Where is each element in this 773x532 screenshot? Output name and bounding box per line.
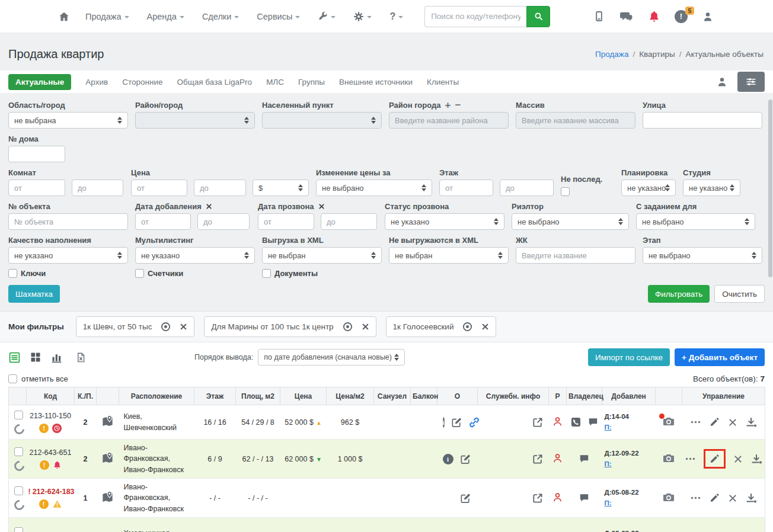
menu-arenda[interactable]: Аренда [147, 12, 184, 21]
edit-icon[interactable] [709, 492, 720, 504]
xml-not-export-select[interactable]: не выбран [389, 247, 509, 264]
date-called-to-input[interactable] [321, 213, 377, 230]
city-district-input[interactable] [389, 112, 509, 129]
comment-icon[interactable] [587, 416, 599, 428]
xml-export-select[interactable]: не выбран [262, 247, 382, 264]
open-external-icon[interactable] [532, 453, 544, 465]
comment-icon[interactable] [579, 492, 590, 504]
price-from-input[interactable] [131, 180, 187, 196]
complex-input[interactable] [516, 247, 635, 264]
added-p-link[interactable]: П: [605, 460, 612, 467]
open-external-icon[interactable] [532, 416, 544, 428]
menu-servisy[interactable]: Сервисы [257, 12, 300, 21]
camera-icon[interactable] [662, 415, 676, 428]
price-to-input[interactable] [194, 180, 246, 196]
floor-to-input[interactable] [500, 180, 554, 196]
camera-icon[interactable] [662, 491, 676, 504]
link-icon[interactable] [468, 416, 480, 428]
rooms-to-input[interactable] [72, 180, 123, 196]
saved-filter-chip[interactable]: 1к Шевч, от 50 тыс [76, 316, 195, 337]
row-checkbox[interactable] [14, 447, 23, 456]
keys-checkbox[interactable] [8, 269, 17, 278]
quality-select[interactable]: не указано [8, 247, 128, 264]
apply-filter-eye-icon[interactable] [462, 321, 473, 332]
stage-select[interactable]: не выбрано [643, 247, 762, 264]
download-icon[interactable] [750, 453, 762, 465]
multilisting-select[interactable]: не указано [135, 247, 255, 264]
filter-settings-button[interactable] [737, 72, 765, 92]
edit-icon[interactable] [709, 453, 720, 464]
apply-filter-eye-icon[interactable] [342, 321, 353, 332]
tab-gruppy[interactable]: Группы [298, 78, 325, 86]
search-button[interactable] [526, 6, 550, 27]
list-view-icon[interactable] [8, 351, 21, 364]
phone-icon[interactable] [570, 416, 582, 428]
price-change-select[interactable]: не выбрано [316, 180, 432, 196]
clear-date-called-icon[interactable] [318, 203, 325, 210]
rooms-from-input[interactable] [8, 180, 65, 196]
clear-date-added-icon[interactable] [206, 203, 212, 210]
tab-mls[interactable]: МЛС [266, 78, 284, 86]
alerts-icon[interactable]: ! 5 [675, 10, 688, 23]
studio-select[interactable]: не указано [683, 180, 740, 196]
more-icon[interactable] [685, 453, 696, 464]
open-external-icon[interactable] [532, 492, 544, 504]
edit-icon[interactable] [709, 416, 720, 428]
saved-filter-chip[interactable]: Для Марины от 100 тыс 1к центр [204, 316, 376, 337]
more-icon[interactable] [690, 416, 701, 428]
delete-icon[interactable] [733, 454, 743, 464]
breadcrumb-prodazha[interactable]: Продажа [595, 50, 628, 59]
add-object-button[interactable]: + Добавить объект [675, 348, 765, 366]
import-by-link-button[interactable]: Импорт по ссылке [588, 348, 670, 366]
call-status-select[interactable]: не указано [385, 213, 504, 230]
street-input[interactable] [643, 112, 762, 129]
comment-icon[interactable] [579, 453, 590, 464]
download-icon[interactable] [745, 492, 757, 504]
row-checkbox[interactable] [14, 411, 23, 419]
bell-icon[interactable] [648, 10, 660, 23]
owner-contact-icon[interactable] [552, 492, 563, 503]
remove-filter-icon[interactable] [180, 323, 187, 331]
currency-select[interactable]: $ [253, 180, 309, 196]
user-icon[interactable] [702, 11, 714, 23]
owner-contact-icon[interactable] [552, 453, 563, 464]
date-called-from-input[interactable] [258, 213, 314, 230]
floor-from-input[interactable] [439, 180, 493, 196]
date-added-to-input[interactable] [197, 213, 250, 230]
region-select[interactable]: не выбрана [8, 112, 128, 129]
tab-vneshnie-istochniki[interactable]: Внешние источники [339, 78, 413, 86]
help-menu[interactable]: ? [389, 11, 403, 22]
documents-checkbox[interactable] [262, 269, 271, 278]
house-no-input[interactable] [8, 146, 65, 162]
date-added-from-input[interactable] [135, 213, 191, 230]
chess-button[interactable]: Шахматка [8, 285, 60, 303]
excel-export-icon[interactable] [75, 351, 87, 364]
more-icon[interactable] [690, 492, 701, 504]
grid-view-icon[interactable] [30, 351, 41, 363]
device-icon[interactable] [593, 10, 605, 23]
clear-button[interactable]: Очистить [714, 285, 765, 303]
camera-icon[interactable] [662, 452, 676, 464]
settings-menu[interactable] [353, 11, 372, 22]
added-p-link[interactable]: П: [605, 424, 612, 431]
apply-filter-eye-icon[interactable] [160, 321, 171, 332]
map-pin-icon[interactable] [101, 491, 114, 504]
search-input[interactable] [424, 6, 526, 27]
row-checkbox[interactable] [14, 486, 23, 495]
chats-icon[interactable] [619, 10, 634, 23]
edit-note-icon[interactable] [451, 416, 462, 428]
remove-filter-icon[interactable] [481, 323, 489, 331]
chart-view-icon[interactable] [50, 351, 63, 364]
tab-arhiv[interactable]: Архив [85, 78, 108, 86]
not-last-checkbox[interactable] [561, 187, 570, 196]
saved-filter-chip[interactable]: 1к Голосеевский [386, 316, 497, 337]
tab-aktualnye[interactable]: Актуальные [8, 74, 71, 90]
tab-klienty[interactable]: Клиенты [427, 78, 459, 86]
tab-obshchaya-baza[interactable]: Общая база LigaPro [177, 78, 252, 86]
scrollbar-thumb[interactable] [768, 100, 772, 277]
delete-icon[interactable] [728, 493, 737, 503]
menu-sdelki[interactable]: Сделки [202, 12, 239, 21]
download-icon[interactable] [745, 416, 757, 428]
object-no-input[interactable] [8, 213, 128, 230]
with-task-select[interactable]: не выбрано [636, 213, 755, 230]
